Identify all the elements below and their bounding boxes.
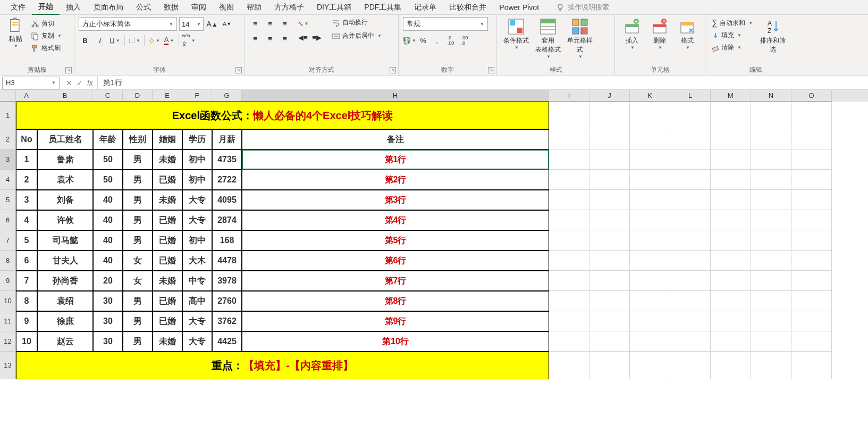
row-header[interactable]: 7	[0, 230, 16, 251]
header-cell[interactable]: 备注	[242, 129, 549, 149]
format-cells-button[interactable]: 格式▼	[675, 17, 700, 51]
cell[interactable]	[791, 129, 832, 149]
cell[interactable]: 4735	[212, 149, 242, 170]
cell-style-button[interactable]: 单元格样式▼	[565, 17, 595, 60]
cell[interactable]	[791, 331, 832, 352]
fx-button[interactable]: fx	[87, 79, 93, 87]
row-header[interactable]: 2	[0, 129, 16, 149]
col-header-C[interactable]: C	[93, 90, 123, 102]
cell[interactable]	[791, 271, 832, 291]
row-header[interactable]: 1	[0, 102, 16, 129]
cell[interactable]	[630, 311, 670, 331]
cell[interactable]	[630, 291, 670, 311]
menu-tab-10[interactable]: DIY工具箱	[310, 1, 358, 14]
cell[interactable]	[751, 129, 791, 149]
cell[interactable]	[670, 352, 711, 379]
cell[interactable]: 司马懿	[37, 230, 93, 251]
cell[interactable]: 男	[123, 149, 153, 170]
cell[interactable]	[751, 271, 791, 291]
cell[interactable]	[630, 129, 670, 149]
cell[interactable]: 50	[93, 170, 123, 190]
cell[interactable]: 已婚	[153, 170, 182, 190]
cell[interactable]: 孙尚香	[37, 271, 93, 291]
col-header-G[interactable]: G	[212, 90, 242, 102]
cell[interactable]	[630, 102, 670, 129]
cell[interactable]	[589, 102, 630, 129]
copy-button[interactable]: 复制▼	[29, 30, 64, 41]
cell[interactable]	[589, 331, 630, 352]
cell[interactable]: 5	[16, 230, 37, 251]
font-color-button[interactable]: A▼	[163, 34, 175, 47]
cell[interactable]	[549, 352, 589, 379]
col-header-M[interactable]: M	[711, 90, 751, 102]
cell[interactable]	[791, 230, 832, 251]
select-all-corner[interactable]	[0, 90, 16, 102]
footer-cell[interactable]: 重点：【填充】-【内容重排】	[16, 352, 549, 379]
cell[interactable]	[589, 149, 630, 170]
menu-tab-4[interactable]: 公式	[130, 1, 157, 14]
cell[interactable]: 大专	[182, 210, 212, 230]
cell[interactable]: 第2行	[242, 170, 549, 190]
decrease-decimal-button[interactable]: .00.0	[458, 34, 471, 47]
cell[interactable]	[589, 230, 630, 251]
cell[interactable]	[751, 251, 791, 271]
cell[interactable]: 4425	[212, 331, 242, 352]
cell[interactable]	[751, 352, 791, 379]
col-header-L[interactable]: L	[670, 90, 711, 102]
cell[interactable]: 初中	[182, 149, 212, 170]
cell[interactable]	[791, 170, 832, 190]
cell[interactable]	[751, 102, 791, 129]
insert-cells-button[interactable]: +插入▼	[619, 17, 645, 51]
row-header[interactable]: 11	[0, 311, 16, 331]
cell[interactable]: 男	[123, 190, 153, 210]
cell[interactable]: 4478	[212, 251, 242, 271]
cell[interactable]: 4	[16, 210, 37, 230]
cell[interactable]	[549, 102, 589, 129]
cell[interactable]: 第5行	[242, 230, 549, 251]
cell[interactable]: 男	[123, 170, 153, 190]
cell[interactable]	[711, 102, 751, 129]
cell[interactable]	[670, 170, 711, 190]
cell[interactable]	[791, 210, 832, 230]
align-left-button[interactable]: ≡	[249, 32, 262, 45]
cell[interactable]	[711, 291, 751, 311]
cell[interactable]	[589, 291, 630, 311]
cell[interactable]	[670, 102, 711, 129]
decrease-indent-button[interactable]: ◀≡	[297, 31, 309, 44]
cell[interactable]	[589, 210, 630, 230]
decrease-font-button[interactable]: A▼	[221, 18, 233, 30]
cell[interactable]: 高中	[182, 291, 212, 311]
cell[interactable]: 2	[16, 170, 37, 190]
header-cell[interactable]: 员工姓名	[37, 129, 93, 149]
cell[interactable]	[630, 190, 670, 210]
header-cell[interactable]: 性别	[123, 129, 153, 149]
cell[interactable]: 已婚	[153, 311, 182, 331]
row-header[interactable]: 12	[0, 331, 16, 352]
cell[interactable]	[711, 210, 751, 230]
dialog-launcher-icon[interactable]: ↘	[235, 67, 242, 73]
cell[interactable]	[711, 230, 751, 251]
cell[interactable]: 第3行	[242, 190, 549, 210]
row-header[interactable]: 9	[0, 271, 16, 291]
wrap-text-button[interactable]: 自动换行	[330, 17, 384, 28]
cell[interactable]: 男	[123, 331, 153, 352]
cell[interactable]: 9	[16, 311, 37, 331]
dialog-launcher-icon[interactable]: ↘	[390, 67, 396, 73]
col-header-I[interactable]: I	[549, 90, 589, 102]
cell[interactable]	[670, 271, 711, 291]
header-cell[interactable]: 年龄	[93, 129, 123, 149]
cell[interactable]: 大木	[182, 251, 212, 271]
cell[interactable]: 第10行	[242, 331, 549, 352]
cell[interactable]: 大专	[182, 331, 212, 352]
cell[interactable]	[670, 190, 711, 210]
cell[interactable]: 袁绍	[37, 291, 93, 311]
cell[interactable]	[549, 230, 589, 251]
cell[interactable]	[549, 129, 589, 149]
menu-tab-1[interactable]: 开始	[32, 0, 60, 15]
cell[interactable]	[589, 251, 630, 271]
menu-tab-11[interactable]: PDF工具集	[358, 1, 408, 14]
cell[interactable]	[751, 210, 791, 230]
cell[interactable]	[549, 190, 589, 210]
menu-tab-3[interactable]: 页面布局	[87, 1, 130, 14]
cell[interactable]: 第9行	[242, 311, 549, 331]
